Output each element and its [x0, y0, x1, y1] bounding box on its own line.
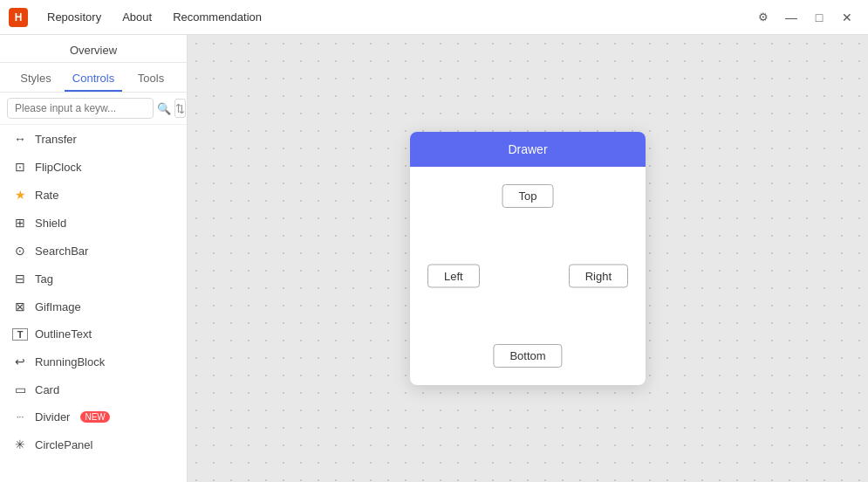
sidebar-item-searchbar[interactable]: ⊙ SearchBar — [0, 237, 187, 265]
maximize-button[interactable]: □ — [807, 5, 831, 30]
close-button[interactable]: ✕ — [835, 5, 859, 30]
sidebar-item-transfer[interactable]: ↔ Transfer — [0, 125, 187, 153]
sidebar-item-label: Shield — [35, 217, 66, 230]
sidebar-item-outlinetext[interactable]: T OutlineText — [0, 320, 187, 348]
sidebar-item-circlepanel[interactable]: ✳ CirclePanel — [0, 430, 187, 458]
sidebar-item-label: Transfer — [35, 133, 77, 146]
drawer-demo-panel: Drawer Top Left Right Bottom — [410, 132, 646, 385]
divider-icon: ··· — [12, 412, 28, 422]
sidebar-item-shield[interactable]: ⊞ Shield — [0, 209, 187, 237]
gifimage-icon: ⊠ — [12, 300, 28, 313]
menu-recommendation[interactable]: Recommendation — [164, 7, 270, 27]
drawer-top-button[interactable]: Top — [502, 184, 554, 208]
main-layout: Overview Styles Controls Tools 🔍 ⇅ ↔ Tra… — [0, 35, 868, 482]
transfer-icon: ↔ — [12, 132, 28, 146]
search-icon[interactable]: 🔍 — [157, 99, 171, 118]
circlepanel-icon: ✳ — [12, 437, 28, 451]
sidebar-item-runningblock[interactable]: ↩ RunningBlock — [0, 348, 187, 375]
drawer-title: Drawer — [410, 132, 646, 167]
sidebar-overview-label: Overview — [0, 35, 187, 63]
tab-tools[interactable]: Tools — [122, 66, 180, 92]
menu-repository[interactable]: Repository — [38, 7, 110, 27]
searchbar-icon: ⊙ — [12, 244, 28, 258]
sidebar-item-flipclock[interactable]: ⊡ FlipClock — [0, 153, 187, 181]
sidebar-tabs: Styles Controls Tools — [0, 63, 187, 93]
settings-button[interactable]: ⚙ — [751, 5, 776, 30]
sidebar-item-label: Card — [35, 383, 59, 396]
tab-controls[interactable]: Controls — [65, 66, 122, 92]
runningblock-icon: ↩ — [12, 355, 28, 368]
titlebar-controls: ⚙ — □ ✕ — [751, 5, 859, 30]
tag-icon: ⊟ — [12, 272, 28, 286]
sidebar-item-rate[interactable]: ★ Rate — [0, 181, 187, 209]
menu-about[interactable]: About — [113, 7, 161, 27]
sort-icon[interactable]: ⇅ — [174, 99, 186, 118]
card-icon: ▭ — [12, 382, 28, 396]
content-area: Drawer Top Left Right Bottom — [188, 35, 868, 482]
titlebar: H Repository About Recommendation ⚙ — □ … — [0, 0, 868, 35]
sidebar: Overview Styles Controls Tools 🔍 ⇅ ↔ Tra… — [0, 35, 188, 482]
sidebar-item-label: OutlineText — [35, 327, 92, 341]
drawer-left-button[interactable]: Left — [427, 265, 480, 288]
sidebar-search-bar: 🔍 ⇅ — [0, 93, 187, 125]
rate-icon: ★ — [12, 188, 28, 202]
titlebar-menu: Repository About Recommendation — [38, 7, 270, 27]
tab-styles[interactable]: Styles — [7, 66, 65, 92]
sidebar-item-label: SearchBar — [35, 244, 88, 258]
drawer-right-button[interactable]: Right — [569, 265, 628, 288]
minimize-button[interactable]: — — [779, 5, 803, 30]
flipclock-icon: ⊡ — [12, 160, 28, 174]
outlinetext-icon: T — [12, 328, 28, 341]
sidebar-item-label: Rate — [35, 189, 58, 202]
sidebar-item-label: GifImage — [35, 300, 81, 313]
drawer-body: Top Left Right Bottom — [410, 167, 646, 385]
sidebar-item-label: RunningBlock — [35, 355, 105, 368]
app-logo: H — [9, 8, 28, 27]
sidebar-item-divider[interactable]: ··· Divider NEW — [0, 403, 187, 430]
sidebar-item-label: FlipClock — [35, 161, 81, 174]
sidebar-item-gifimage[interactable]: ⊠ GifImage — [0, 293, 187, 320]
sidebar-item-tag[interactable]: ⊟ Tag — [0, 265, 187, 293]
new-badge: NEW — [80, 411, 109, 423]
drawer-bottom-button[interactable]: Bottom — [493, 344, 562, 368]
sidebar-item-label: Divider — [35, 410, 70, 423]
sidebar-items-list: ↔ Transfer ⊡ FlipClock ★ Rate ⊞ Shield ⊙… — [0, 125, 187, 482]
search-input[interactable] — [7, 98, 154, 119]
sidebar-item-label: Tag — [35, 272, 53, 286]
sidebar-item-label: CirclePanel — [35, 438, 92, 451]
shield-icon: ⊞ — [12, 216, 28, 230]
sidebar-item-card[interactable]: ▭ Card — [0, 375, 187, 403]
